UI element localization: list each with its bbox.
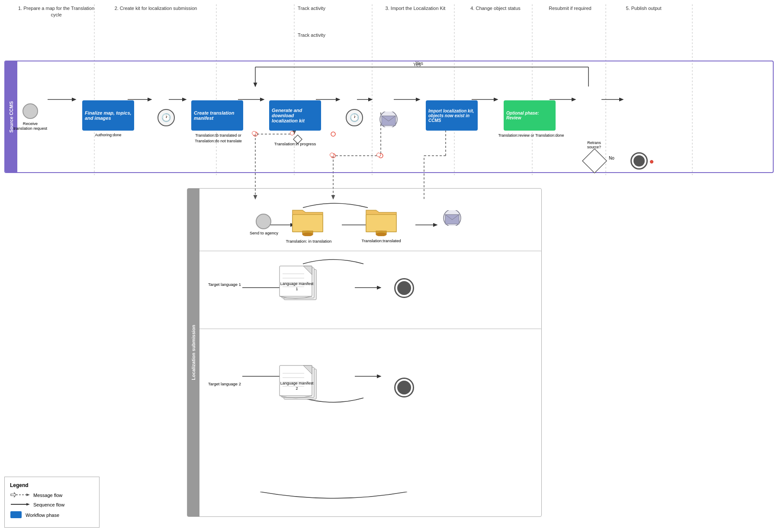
optional-review-node: Optional phase: Review: [504, 100, 556, 131]
svg-marker-77: [26, 494, 30, 496]
svg-marker-48: [582, 149, 607, 173]
send-to-agency: [256, 214, 271, 229]
receive-label: Receive translation request: [13, 121, 48, 131]
retrans-label: Retrans source?: [581, 141, 608, 149]
flow-dot-4: [330, 153, 334, 157]
phase-label-resubmit: Resubmit if required: [534, 5, 606, 12]
message-flow-icon: [10, 492, 30, 499]
send-to-agency-label: Send to agency: [244, 230, 283, 236]
envelope-icon-1: [378, 112, 399, 129]
loc-submission-swimlane: Localization submission Send to agency: [187, 188, 542, 517]
lang1-sublane: Target language 1: [199, 251, 541, 329]
lang1-end-circle: [394, 278, 414, 298]
loc-label-bar: Localization submission: [187, 189, 199, 516]
svg-marker-79: [26, 503, 30, 506]
translation-in-progress-label: Translation:in progress: [265, 141, 325, 146]
svg-rect-69: [280, 365, 312, 396]
folder-1: [290, 202, 325, 238]
translation-in-translation-label: Translation: in translation: [284, 238, 334, 244]
svg-rect-53: [366, 215, 396, 232]
phase-label-1: 1. Prepare a map for the Translation cyc…: [17, 5, 95, 19]
svg-rect-49: [293, 215, 323, 232]
phase-label-3: 3. Import the Localization Kit: [374, 5, 457, 12]
svg-rect-80: [10, 511, 22, 518]
source-ccms-swimlane: Source CCMS Receive translation request …: [4, 61, 774, 173]
lang2-end-circle: [394, 378, 414, 397]
swimlane-label: Source CCMS: [5, 61, 17, 172]
import-kit-node: Import localization kit, objects now exi…: [426, 100, 478, 131]
clock-icon-1: 🕐: [158, 109, 175, 126]
svg-point-56: [376, 233, 386, 236]
lang-manifest-2: Language manifest 2: [277, 364, 325, 409]
folder-2: [364, 202, 399, 238]
no-label: No: [609, 156, 614, 160]
target-lang-2-label: Target language 2: [208, 381, 241, 387]
target-lang-1-label: Target language 1: [208, 282, 241, 287]
retrans-diamond: [582, 148, 608, 176]
translation-tb-label: Translation:tb translated or Translation…: [185, 133, 252, 144]
sequence-flow-label: Sequence flow: [33, 502, 64, 507]
message-flow-label: Message flow: [33, 493, 62, 498]
phase-label-2: 2. Create kit for localization submissio…: [95, 5, 216, 12]
track-activity-label: Track activity: [281, 32, 342, 38]
translation-review-label: Translation:review or Translation:done: [498, 133, 565, 138]
phase-label-4: 4. Change object status: [459, 5, 532, 12]
sequence-flow-icon: [10, 501, 30, 508]
bottom-brace: [260, 492, 407, 506]
end-red-dot: [650, 160, 653, 163]
flow-dot-1: [290, 131, 294, 135]
svg-rect-61: [280, 266, 312, 296]
create-manifest-node: Create translation manifest: [191, 100, 243, 131]
svg-marker-75: [11, 493, 16, 497]
envelope-icon-2: [442, 210, 463, 228]
generate-kit-node: Generate and download localization kit: [269, 100, 321, 131]
legend-box: Legend Message flow Sequence flow: [4, 477, 100, 528]
flow-dot-3: [376, 153, 381, 157]
finalize-node: Finalize map, topics, and images: [82, 100, 134, 131]
svg-point-52: [302, 233, 313, 236]
workflow-phase-icon: [10, 511, 22, 519]
diagram-container: Yes: [0, 0, 778, 532]
legend-workflow-phase: Workflow phase: [10, 511, 94, 519]
end-event: [630, 152, 648, 170]
flow-dot-2: [252, 131, 256, 135]
lang2-sublane: Target language 2 Language manifest 2: [199, 329, 541, 515]
workflow-phase-label: Workflow phase: [26, 513, 59, 518]
start-event: [23, 103, 38, 119]
authoring-done-label: Authoring:done: [82, 133, 134, 137]
legend-title: Legend: [10, 482, 94, 488]
top-sublane: Send to agency: [199, 189, 541, 251]
phase-label-5: 5. Publish output: [608, 5, 679, 12]
translation-translated-label: Translation:translated: [355, 238, 407, 243]
legend-message-flow: Message flow: [10, 492, 94, 499]
legend-sequence-flow: Sequence flow: [10, 501, 94, 508]
lang-manifest-1: Language manifest 1: [277, 264, 325, 309]
clock-icon-2: 🕐: [346, 109, 363, 126]
phase-label-track: Track activity: [281, 5, 342, 12]
